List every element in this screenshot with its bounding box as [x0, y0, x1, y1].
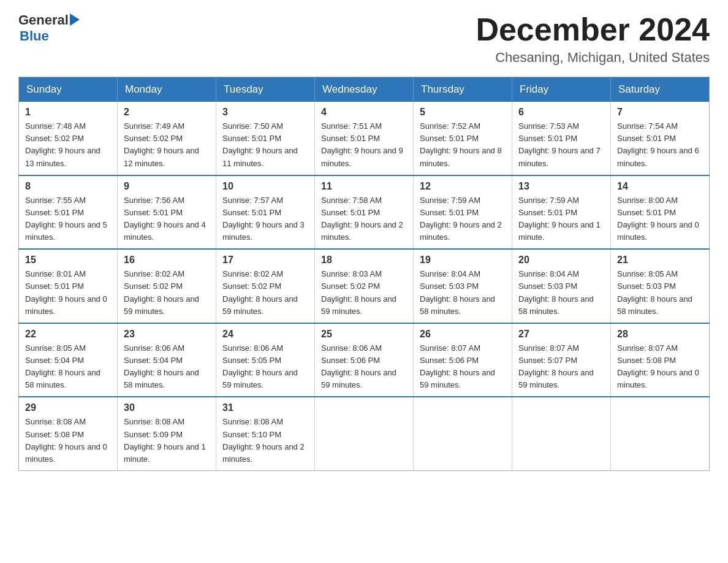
day-info: Sunrise: 7:53 AMSunset: 5:01 PMDaylight:…	[518, 121, 601, 167]
day-number: 5	[420, 107, 506, 118]
calendar-cell	[315, 397, 414, 470]
day-number: 22	[25, 329, 111, 340]
day-number: 24	[222, 329, 308, 340]
calendar-cell: 24 Sunrise: 8:06 AMSunset: 5:05 PMDaylig…	[216, 323, 315, 397]
day-number: 20	[518, 255, 604, 266]
calendar-cell: 9 Sunrise: 7:56 AMSunset: 5:01 PMDayligh…	[118, 175, 216, 250]
weekday-header-monday: Monday	[118, 77, 216, 102]
day-number: 4	[321, 107, 407, 118]
day-number: 30	[124, 402, 210, 413]
day-number: 8	[25, 181, 111, 192]
weekday-header-thursday: Thursday	[414, 77, 512, 102]
page-header: General Blue December 2024 Chesaning, Mi…	[18, 12, 710, 66]
calendar-cell: 26 Sunrise: 8:07 AMSunset: 5:06 PMDaylig…	[414, 323, 512, 397]
day-number: 3	[222, 107, 308, 118]
day-number: 27	[518, 329, 604, 340]
title-section: December 2024 Chesaning, Michigan, Unite…	[476, 12, 710, 66]
calendar-cell: 8 Sunrise: 7:55 AMSunset: 5:01 PMDayligh…	[19, 175, 118, 250]
day-info: Sunrise: 7:50 AMSunset: 5:01 PMDaylight:…	[222, 121, 298, 167]
day-info: Sunrise: 8:05 AMSunset: 5:03 PMDaylight:…	[617, 269, 692, 315]
day-number: 29	[25, 402, 111, 413]
day-number: 14	[617, 181, 703, 192]
calendar-cell: 13 Sunrise: 7:59 AMSunset: 5:01 PMDaylig…	[512, 175, 611, 250]
calendar-week-5: 29 Sunrise: 8:08 AMSunset: 5:08 PMDaylig…	[19, 397, 710, 470]
day-info: Sunrise: 8:06 AMSunset: 5:06 PMDaylight:…	[321, 343, 396, 389]
day-number: 18	[321, 255, 407, 266]
calendar-cell: 11 Sunrise: 7:58 AMSunset: 5:01 PMDaylig…	[315, 175, 414, 250]
weekday-header-saturday: Saturday	[611, 77, 710, 102]
weekday-header-wednesday: Wednesday	[315, 77, 414, 102]
calendar-cell: 16 Sunrise: 8:02 AMSunset: 5:02 PMDaylig…	[118, 249, 216, 323]
day-number: 6	[518, 107, 604, 118]
day-info: Sunrise: 8:04 AMSunset: 5:03 PMDaylight:…	[518, 269, 594, 315]
calendar-cell: 27 Sunrise: 8:07 AMSunset: 5:07 PMDaylig…	[512, 323, 611, 397]
day-info: Sunrise: 8:07 AMSunset: 5:06 PMDaylight:…	[420, 343, 495, 389]
calendar-cell: 1 Sunrise: 7:48 AMSunset: 5:02 PMDayligh…	[19, 102, 118, 175]
calendar-cell: 14 Sunrise: 8:00 AMSunset: 5:01 PMDaylig…	[611, 175, 710, 250]
calendar-cell: 30 Sunrise: 8:08 AMSunset: 5:09 PMDaylig…	[118, 397, 216, 470]
weekday-header-sunday: Sunday	[19, 77, 118, 102]
calendar-cell: 31 Sunrise: 8:08 AMSunset: 5:10 PMDaylig…	[216, 397, 315, 470]
calendar-week-2: 8 Sunrise: 7:55 AMSunset: 5:01 PMDayligh…	[19, 175, 710, 250]
calendar-cell: 22 Sunrise: 8:05 AMSunset: 5:04 PMDaylig…	[19, 323, 118, 397]
day-number: 21	[617, 255, 703, 266]
calendar-cell: 20 Sunrise: 8:04 AMSunset: 5:03 PMDaylig…	[512, 249, 611, 323]
day-info: Sunrise: 7:57 AMSunset: 5:01 PMDaylight:…	[222, 196, 305, 242]
day-info: Sunrise: 7:52 AMSunset: 5:01 PMDaylight:…	[420, 121, 502, 167]
day-info: Sunrise: 8:07 AMSunset: 5:07 PMDaylight:…	[518, 343, 594, 389]
calendar-cell: 15 Sunrise: 8:01 AMSunset: 5:01 PMDaylig…	[19, 249, 118, 323]
day-number: 13	[518, 181, 604, 192]
day-number: 25	[321, 329, 407, 340]
day-number: 11	[321, 181, 407, 192]
calendar-cell: 2 Sunrise: 7:49 AMSunset: 5:02 PMDayligh…	[118, 102, 216, 175]
calendar-cell: 28 Sunrise: 8:07 AMSunset: 5:08 PMDaylig…	[611, 323, 710, 397]
day-info: Sunrise: 8:08 AMSunset: 5:10 PMDaylight:…	[222, 417, 305, 463]
day-number: 15	[25, 255, 111, 266]
calendar-cell: 4 Sunrise: 7:51 AMSunset: 5:01 PMDayligh…	[315, 102, 414, 175]
day-number: 1	[25, 107, 111, 118]
month-title: December 2024	[476, 12, 710, 47]
calendar-cell	[414, 397, 512, 470]
calendar-cell: 10 Sunrise: 7:57 AMSunset: 5:01 PMDaylig…	[216, 175, 315, 250]
calendar-cell: 5 Sunrise: 7:52 AMSunset: 5:01 PMDayligh…	[414, 102, 512, 175]
calendar-week-1: 1 Sunrise: 7:48 AMSunset: 5:02 PMDayligh…	[19, 102, 710, 175]
day-number: 26	[420, 329, 506, 340]
day-info: Sunrise: 8:02 AMSunset: 5:02 PMDaylight:…	[222, 269, 298, 315]
calendar-week-3: 15 Sunrise: 8:01 AMSunset: 5:01 PMDaylig…	[19, 249, 710, 323]
calendar-cell: 6 Sunrise: 7:53 AMSunset: 5:01 PMDayligh…	[512, 102, 611, 175]
day-info: Sunrise: 7:56 AMSunset: 5:01 PMDaylight:…	[124, 196, 206, 242]
calendar-cell: 21 Sunrise: 8:05 AMSunset: 5:03 PMDaylig…	[611, 249, 710, 323]
day-info: Sunrise: 8:00 AMSunset: 5:01 PMDaylight:…	[617, 196, 699, 242]
day-info: Sunrise: 7:48 AMSunset: 5:02 PMDaylight:…	[25, 121, 100, 167]
day-info: Sunrise: 8:07 AMSunset: 5:08 PMDaylight:…	[617, 343, 699, 389]
day-info: Sunrise: 7:49 AMSunset: 5:02 PMDaylight:…	[124, 121, 199, 167]
day-number: 28	[617, 329, 703, 340]
calendar-table: SundayMondayTuesdayWednesdayThursdayFrid…	[18, 77, 710, 471]
calendar-cell	[512, 397, 611, 470]
calendar-cell: 25 Sunrise: 8:06 AMSunset: 5:06 PMDaylig…	[315, 323, 414, 397]
logo-arrow-icon	[70, 13, 80, 26]
calendar-cell: 29 Sunrise: 8:08 AMSunset: 5:08 PMDaylig…	[19, 397, 118, 470]
day-number: 7	[617, 107, 703, 118]
calendar-cell: 17 Sunrise: 8:02 AMSunset: 5:02 PMDaylig…	[216, 249, 315, 323]
day-number: 17	[222, 255, 308, 266]
logo-general-text: General	[18, 12, 69, 28]
calendar-cell: 3 Sunrise: 7:50 AMSunset: 5:01 PMDayligh…	[216, 102, 315, 175]
day-info: Sunrise: 7:55 AMSunset: 5:01 PMDaylight:…	[25, 196, 107, 242]
logo-blue-text: Blue	[20, 28, 49, 44]
day-number: 12	[420, 181, 506, 192]
calendar-cell: 19 Sunrise: 8:04 AMSunset: 5:03 PMDaylig…	[414, 249, 512, 323]
weekday-header-friday: Friday	[512, 77, 611, 102]
day-info: Sunrise: 8:05 AMSunset: 5:04 PMDaylight:…	[25, 343, 100, 389]
day-number: 19	[420, 255, 506, 266]
day-info: Sunrise: 8:02 AMSunset: 5:02 PMDaylight:…	[124, 269, 199, 315]
day-info: Sunrise: 7:59 AMSunset: 5:01 PMDaylight:…	[420, 196, 502, 242]
day-info: Sunrise: 8:04 AMSunset: 5:03 PMDaylight:…	[420, 269, 495, 315]
day-info: Sunrise: 8:06 AMSunset: 5:04 PMDaylight:…	[124, 343, 199, 389]
calendar-week-4: 22 Sunrise: 8:05 AMSunset: 5:04 PMDaylig…	[19, 323, 710, 397]
calendar-cell: 12 Sunrise: 7:59 AMSunset: 5:01 PMDaylig…	[414, 175, 512, 250]
day-number: 9	[124, 181, 210, 192]
calendar-cell: 23 Sunrise: 8:06 AMSunset: 5:04 PMDaylig…	[118, 323, 216, 397]
weekday-header-row: SundayMondayTuesdayWednesdayThursdayFrid…	[19, 77, 710, 102]
day-number: 2	[124, 107, 210, 118]
